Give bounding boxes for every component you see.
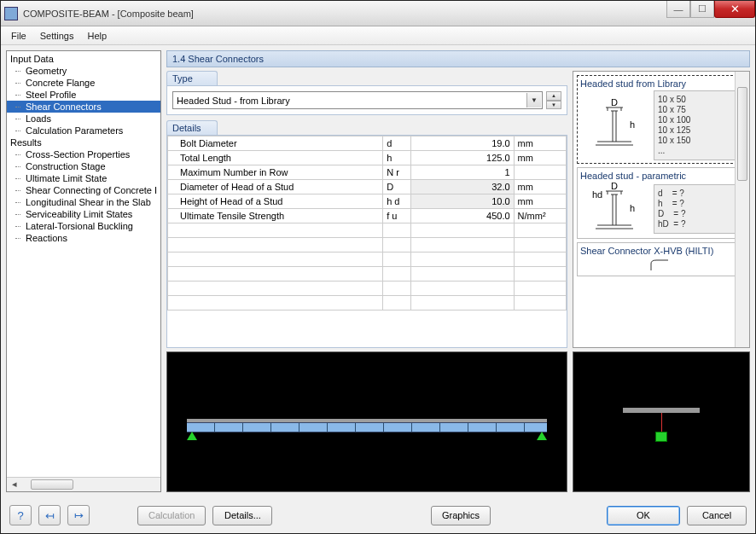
table-row[interactable]: Maximum Number in RowN r1 (168, 165, 567, 180)
library-item-selected[interactable]: Headed stud from Library D h (577, 75, 746, 164)
table-row[interactable]: Diameter of Head of a StudD32.0mm (168, 180, 567, 194)
section-header: 1.4 Shear Connectors (166, 50, 750, 67)
tree-item-selected[interactable]: Shear Connectors (7, 101, 160, 113)
svg-text:h: h (630, 203, 635, 213)
stud-diagram-icon: D hd h (580, 183, 648, 235)
tree-item[interactable]: Cross-Section Properties (7, 148, 160, 160)
stud-diagram-icon: D h (580, 99, 648, 152)
details-label: Details (166, 120, 218, 135)
navigation-tree: Input Data Geometry Concrete Flange Stee… (6, 50, 161, 492)
table-row-empty (168, 238, 567, 252)
library-param-list: d = ? h = ? D = ? hD = ? (654, 184, 742, 234)
next-icon-button[interactable]: ↦ (67, 505, 90, 525)
type-combo[interactable]: Headed Stud - from Library ▼ (172, 91, 543, 109)
svg-text:h: h (630, 119, 635, 130)
tree-item[interactable]: Longitudinal Shear in the Slab (7, 196, 160, 208)
tree-item[interactable]: Concrete Flange (7, 77, 160, 89)
graphics-button[interactable]: Graphics (431, 506, 491, 525)
connector-preview[interactable] (573, 351, 750, 492)
footer-bar: ? ↤ ↦ Calculation Details... Graphics OK… (1, 497, 755, 533)
table-row[interactable]: Height of Head of a Studh d10.0mm (168, 194, 567, 209)
details-button[interactable]: Details... (212, 506, 272, 525)
svg-text:hd: hd (592, 189, 602, 200)
tree-item[interactable]: Ultimate Limit State (7, 172, 160, 184)
help-icon-button[interactable]: ? (9, 505, 32, 525)
window-title: COMPOSITE-BEAM - [Composite beam] (23, 9, 194, 19)
svg-text:D: D (611, 183, 618, 191)
content-area: Input Data Geometry Concrete Flange Stee… (1, 45, 755, 497)
tree-item[interactable]: Serviceability Limit States (7, 208, 160, 220)
tree-item[interactable]: Shear Connecting of Concrete I (7, 184, 160, 196)
app-window: COMPOSITE-BEAM - [Composite beam] — ☐ ✕ … (0, 0, 756, 534)
library-vscrollbar[interactable] (735, 72, 749, 347)
table-row-empty (168, 296, 567, 311)
table-row[interactable]: Bolt Diameterd19.0mm (168, 136, 567, 151)
tree-item[interactable]: Loads (7, 113, 160, 125)
type-label: Type (166, 71, 218, 85)
table-row[interactable]: Ultimate Tensile Strengthf u450.0N/mm² (168, 209, 567, 223)
tree-item[interactable]: Construction Stage (7, 160, 160, 172)
tree-item[interactable]: Steel Profile (7, 89, 160, 101)
table-row-empty (168, 223, 567, 238)
table-row-empty (168, 267, 567, 282)
table-row-empty (168, 282, 567, 296)
chevron-down-icon[interactable]: ▼ (526, 93, 541, 107)
tree-root-input[interactable]: Input Data (7, 53, 160, 65)
library-item[interactable]: Shear Connector X-HVB (HILTI) (577, 242, 746, 276)
details-group: Details Bolt Diameterd19.0mmTotal Length… (166, 120, 567, 348)
close-button[interactable]: ✕ (714, 1, 755, 18)
app-icon (4, 7, 18, 20)
maximize-button[interactable]: ☐ (690, 1, 714, 18)
details-table: Bolt Diameterd19.0mmTotal Lengthh125.0mm… (167, 136, 567, 311)
type-spinner[interactable]: ▲▼ (546, 91, 561, 109)
main-pane: 1.4 Shear Connectors Type Headed Stud - … (166, 50, 750, 492)
type-group: Type Headed Stud - from Library ▼ ▲▼ (166, 71, 567, 115)
tree-hscrollbar[interactable]: ◂ (7, 477, 160, 491)
type-combo-value: Headed Stud - from Library (177, 96, 290, 106)
title-bar[interactable]: COMPOSITE-BEAM - [Composite beam] — ☐ ✕ (1, 1, 755, 26)
menu-bar: File Settings Help (1, 26, 755, 45)
tree-item[interactable]: Reactions (7, 232, 160, 244)
minimize-button[interactable]: — (666, 1, 690, 18)
library-item[interactable]: Headed stud - parametric D hd (577, 167, 746, 239)
menu-help[interactable]: Help (80, 29, 113, 43)
beam-preview[interactable] (166, 351, 567, 492)
prev-icon-button[interactable]: ↤ (38, 505, 61, 525)
preview-row (166, 351, 750, 492)
cancel-button[interactable]: Cancel (687, 506, 747, 525)
menu-settings[interactable]: Settings (33, 29, 81, 43)
tree-item[interactable]: Lateral-Torsional Buckling (7, 220, 160, 232)
menu-file[interactable]: File (4, 29, 33, 43)
tree-item[interactable]: Calculation Parameters (7, 125, 160, 136)
table-row[interactable]: Total Lengthh125.0mm (168, 151, 567, 165)
tree-item[interactable]: Geometry (7, 65, 160, 77)
ok-button[interactable]: OK (607, 506, 680, 525)
library-size-list: 10 x 50 10 x 75 10 x 100 10 x 125 10 x 1… (654, 90, 742, 160)
calculation-button[interactable]: Calculation (137, 506, 206, 525)
tree-root-results[interactable]: Results (7, 136, 160, 148)
table-row-empty (168, 252, 567, 267)
library-panel: Headed stud from Library D h (573, 71, 750, 348)
svg-text:D: D (611, 99, 618, 107)
